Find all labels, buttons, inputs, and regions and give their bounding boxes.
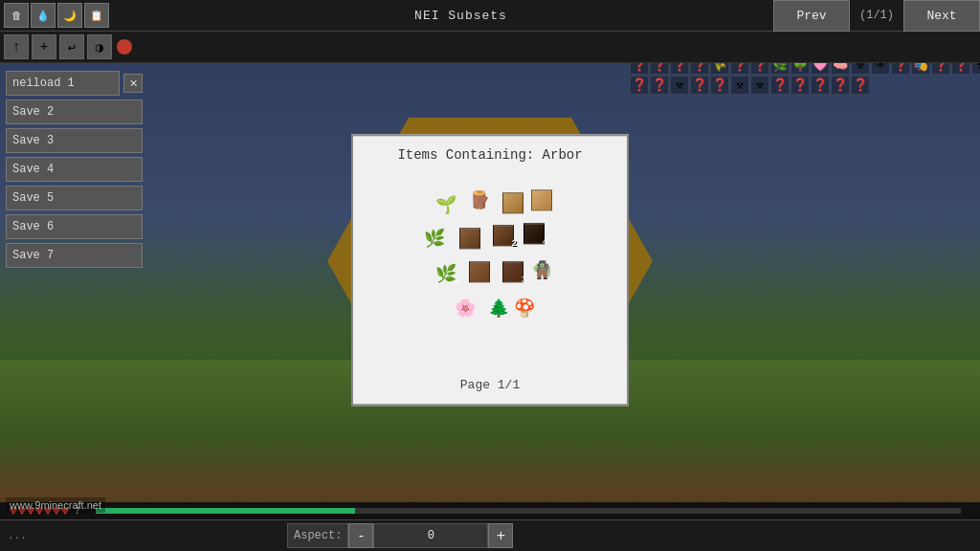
nei-subsets-title: NEI Subsets — [148, 9, 773, 23]
icon-q18[interactable]: ❓ — [791, 76, 810, 95]
curve-icon[interactable]: ↩ — [59, 34, 84, 59]
save-slot-1: neiload 1 ✕ — [6, 71, 143, 96]
half-moon-icon[interactable]: ◑ — [87, 34, 112, 59]
trash-icon[interactable]: 🗑 — [4, 3, 29, 28]
dialog-page: Page 1/1 — [460, 378, 520, 392]
next-button[interactable]: Next — [903, 0, 980, 32]
dialog-title: Items Containing: Arbor — [397, 147, 582, 163]
item-log-4[interactable]: 3 — [500, 258, 526, 285]
bottom-bar: ... Aspect: - 0 + — [0, 519, 980, 551]
icon-q19[interactable]: ❓ — [811, 76, 830, 95]
coords: ... — [0, 530, 144, 541]
item-plank-2[interactable] — [528, 187, 555, 213]
item-creature[interactable]: 🧌 — [528, 256, 555, 283]
icon-axe[interactable]: ⚒ — [730, 76, 749, 95]
save-slot-5: Save 5 — [6, 186, 143, 210]
save2-btn[interactable]: Save 2 — [6, 99, 143, 124]
save-slot-4: Save 4 — [6, 157, 143, 182]
water-icon[interactable]: 💧 — [31, 3, 56, 28]
xp-bar — [96, 508, 961, 514]
icon-q16[interactable]: ❓ — [710, 76, 729, 95]
plus-icon[interactable]: + — [32, 34, 56, 59]
icon-q17[interactable]: ❓ — [770, 76, 790, 95]
moon-icon[interactable]: 🌙 — [57, 3, 82, 28]
save6-btn[interactable]: Save 6 — [6, 214, 143, 239]
icon-q20[interactable]: ❓ — [831, 76, 850, 95]
toolbar-left: 🗑 💧 🌙 📋 — [0, 3, 148, 28]
navigation-area: Prev (1/1) Next — [773, 0, 980, 32]
items-dialog: Items Containing: Arbor 🌱 🪵 🌿 2 4 — [351, 134, 629, 406]
minus-button[interactable]: - — [348, 523, 373, 548]
search-value: 0 — [373, 523, 488, 548]
dialog-item-area: 🌱 🪵 🌿 2 4 🌿4 — [365, 172, 615, 364]
save5-btn[interactable]: Save 5 — [6, 186, 143, 210]
search-label: Aspect: — [287, 523, 348, 548]
page-indicator: (1/1) — [850, 9, 903, 22]
save-slot-3: Save 3 — [6, 128, 143, 153]
prev-button[interactable]: Prev — [773, 0, 850, 32]
neiload-btn[interactable]: neiload 1 — [6, 71, 120, 96]
arrow-up-icon[interactable]: ↑ — [4, 34, 29, 59]
left-sidebar: neiload 1 ✕ Save 2 Save 3 Save 4 Save 5 … — [0, 63, 148, 276]
icon-pickaxe[interactable]: ⚒ — [670, 76, 689, 95]
search-area: Aspect: - 0 + — [287, 523, 513, 548]
status-bar: 7 — [0, 502, 980, 519]
item-tree-1[interactable]: 🌿 — [421, 225, 448, 252]
save-slot-2: Save 2 — [6, 99, 143, 124]
icon-q21[interactable]: ❓ — [851, 76, 870, 95]
item-wood-1[interactable]: 🪵 — [466, 187, 493, 213]
item-tree-2[interactable]: 🌲 — [485, 295, 512, 321]
watermark: www.9minecraft.net — [6, 497, 105, 513]
icon-q13[interactable]: ❓ — [630, 76, 649, 95]
clip-icon[interactable]: 📋 — [84, 3, 109, 28]
top-bar: 🗑 💧 🌙 📋 NEI Subsets Prev (1/1) Next — [0, 0, 980, 32]
plus-button[interactable]: + — [488, 523, 513, 548]
item-cluster: 🌱 🪵 🌿 2 4 🌿4 — [404, 182, 576, 354]
item-plant[interactable]: 🌿4 — [433, 260, 459, 287]
save4-btn[interactable]: Save 4 — [6, 157, 143, 182]
item-plank-1[interactable] — [500, 189, 526, 216]
second-toolbar: ↑ + ↩ ◑ — [0, 32, 980, 63]
close-slot-1[interactable]: ✕ — [123, 74, 143, 93]
item-dark-log[interactable]: 4 — [521, 220, 547, 247]
save-slot-7: Save 7 — [6, 243, 143, 268]
item-log-3[interactable] — [466, 258, 493, 285]
red-dot — [117, 39, 132, 55]
icon-q15[interactable]: ❓ — [690, 76, 709, 95]
item-flower[interactable]: 🌸 — [452, 295, 479, 321]
save3-btn[interactable]: Save 3 — [6, 128, 143, 153]
xp-fill — [96, 508, 355, 514]
item-mushroom[interactable]: 🍄 — [511, 295, 538, 321]
save7-btn[interactable]: Save 7 — [6, 243, 143, 268]
item-sapling-1[interactable]: 🌱 — [433, 191, 459, 218]
save-slot-6: Save 6 — [6, 214, 143, 239]
item-log-1[interactable] — [457, 225, 483, 252]
icon-sword[interactable]: ⚒ — [750, 76, 769, 95]
icon-q14[interactable]: ❓ — [650, 76, 669, 95]
item-log-2[interactable]: 2 — [490, 222, 517, 249]
